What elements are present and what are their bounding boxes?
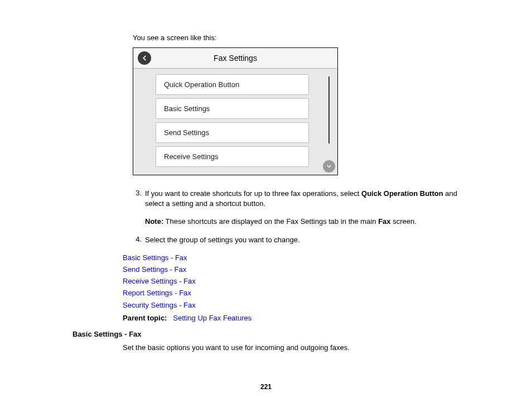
step-3-bold: Quick Operation Button	[361, 189, 443, 198]
step-4: 4. Select the group of settings you want…	[133, 235, 476, 245]
link-security-settings[interactable]: Security Settings - Fax	[123, 300, 476, 310]
menu-basic-settings: Basic Settings	[156, 98, 309, 119]
link-report-settings[interactable]: Report Settings - Fax	[123, 288, 476, 298]
parent-topic-label: Parent topic:	[123, 314, 167, 322]
back-icon	[138, 51, 151, 65]
screenshot-header: Fax Settings	[133, 48, 337, 69]
screenshot-body: Quick Operation Button Basic Settings Se…	[133, 69, 337, 175]
section-body: Set the basic options you want to use fo…	[123, 343, 476, 353]
menu-receive-settings: Receive Settings	[156, 146, 309, 167]
step-3-pre: If you want to create shortcuts for up t…	[145, 189, 361, 198]
link-send-settings[interactable]: Send Settings - Fax	[123, 265, 476, 275]
note-block: Note: These shortcuts are displayed on t…	[145, 217, 476, 227]
step-3-number: 3.	[133, 189, 145, 209]
note-label: Note:	[145, 217, 163, 226]
note-bold: Fax	[378, 217, 390, 226]
step-3: 3. If you want to create shortcuts for u…	[133, 189, 476, 209]
screenshot-frame: Fax Settings Quick Operation Button Basi…	[133, 47, 338, 175]
step-4-text: Select the group of settings you want to…	[145, 235, 476, 245]
page-number: 221	[0, 383, 532, 391]
menu-quick-operation: Quick Operation Button	[156, 74, 309, 95]
menu-send-settings: Send Settings	[156, 122, 309, 143]
parent-topic: Parent topic: Setting Up Fax Features	[123, 314, 476, 322]
section-heading: Basic Settings - Fax	[72, 330, 476, 338]
related-links: Basic Settings - Fax Send Settings - Fax…	[123, 253, 476, 310]
scroll-down-icon	[323, 160, 335, 173]
intro-text: You see a screen like this:	[133, 33, 476, 42]
parent-topic-link[interactable]: Setting Up Fax Features	[173, 314, 252, 322]
link-basic-settings[interactable]: Basic Settings - Fax	[123, 253, 476, 263]
link-receive-settings[interactable]: Receive Settings - Fax	[123, 276, 476, 286]
step-4-number: 4.	[133, 235, 145, 245]
scroll-indicator	[328, 76, 330, 143]
step-3-text: If you want to create shortcuts for up t…	[145, 189, 476, 209]
note-pre: These shortcuts are displayed on the Fax…	[163, 217, 378, 226]
screenshot-title: Fax Settings	[151, 54, 320, 63]
note-post: screen.	[391, 217, 417, 226]
